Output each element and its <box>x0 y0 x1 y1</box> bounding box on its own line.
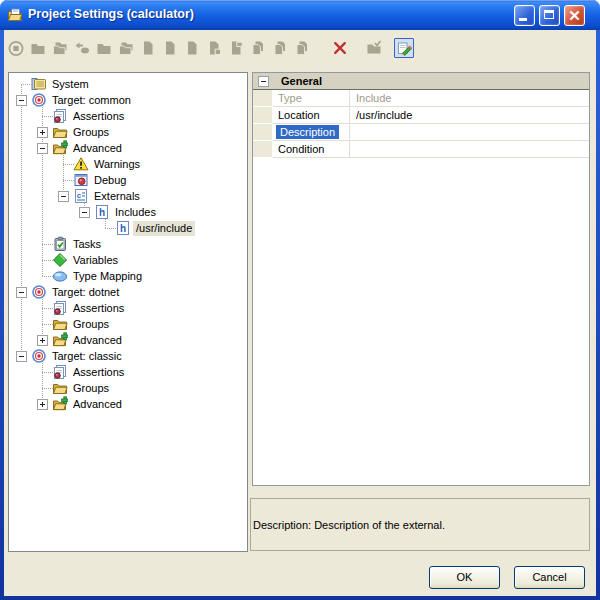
folder-button[interactable] <box>94 37 114 59</box>
collapse-expander[interactable] <box>79 207 90 218</box>
tree-item-assertions[interactable]: Assertions <box>9 300 247 316</box>
property-row-location[interactable]: Location/usr/include <box>253 107 589 124</box>
maximize-button[interactable] <box>539 5 560 26</box>
tree-item-groups[interactable]: Groups <box>9 316 247 332</box>
document-button[interactable] <box>160 37 180 59</box>
folder-stack-button[interactable] <box>50 37 70 59</box>
tree-item-label[interactable]: Externals <box>91 189 143 204</box>
target-circle-button[interactable] <box>6 37 26 59</box>
tree-item-label[interactable]: Target: dotnet <box>49 285 122 300</box>
tree-item-label[interactable]: Variables <box>70 253 121 268</box>
ok-button[interactable]: OK <box>429 566 500 589</box>
tree-item-groups[interactable]: Groups <box>9 380 247 396</box>
collapse-expander[interactable] <box>16 351 27 362</box>
arrow-small-button[interactable] <box>72 37 92 59</box>
document-badge-button[interactable] <box>204 37 224 59</box>
property-name-cell[interactable]: Type <box>273 90 349 107</box>
minimize-button[interactable] <box>514 5 535 26</box>
tree-item-debug[interactable]: Debug <box>9 172 247 188</box>
property-row-type[interactable]: TypeInclude <box>253 90 589 107</box>
tree-item-target-common[interactable]: Target: common <box>9 92 247 108</box>
property-row-gutter <box>253 124 273 141</box>
tree-item-assertions[interactable]: Assertions <box>9 108 247 124</box>
folder-button[interactable] <box>28 37 48 59</box>
red-x-button[interactable] <box>330 37 350 59</box>
system-icon <box>31 76 47 92</box>
property-value-cell[interactable]: /usr/include <box>349 107 589 124</box>
property-name-cell[interactable]: Description <box>273 124 349 141</box>
tree-item-externals[interactable]: cExternals <box>9 188 247 204</box>
tree-item-tasks[interactable]: Tasks <box>9 236 247 252</box>
tree-item-advanced[interactable]: Advanced <box>9 332 247 348</box>
tree-item-advanced[interactable]: Advanced <box>9 396 247 412</box>
tree-item-label[interactable]: Assertions <box>70 301 127 316</box>
tree-item-target-dotnet[interactable]: Target: dotnet <box>9 284 247 300</box>
tree-item-label[interactable]: System <box>49 77 92 92</box>
document-button[interactable] <box>138 37 158 59</box>
document-stack-button[interactable] <box>248 37 268 59</box>
expand-expander[interactable] <box>37 127 48 138</box>
tree-item-system[interactable]: System <box>9 76 247 92</box>
document-flag-button[interactable] <box>226 37 246 59</box>
tree-connector-stub <box>42 244 53 245</box>
folder-open-icon <box>52 380 68 396</box>
document-stack-button[interactable] <box>292 37 312 59</box>
tree-item-warnings[interactable]: Warnings <box>9 156 247 172</box>
tree-item-label[interactable]: Target: common <box>49 93 134 108</box>
tree-item-label[interactable]: Assertions <box>70 109 127 124</box>
tree-item-label[interactable]: Assertions <box>70 365 127 380</box>
expand-expander[interactable] <box>37 399 48 410</box>
tree-item-label[interactable]: Advanced <box>70 397 125 412</box>
tree-item-label[interactable]: Warnings <box>91 157 143 172</box>
tree-item-label[interactable]: Includes <box>112 205 159 220</box>
collapse-expander[interactable] <box>58 191 69 202</box>
maximize-icon <box>544 10 554 19</box>
close-button[interactable]: ✕ <box>564 5 585 26</box>
document-button[interactable] <box>182 37 202 59</box>
tree-item-type-mapping[interactable]: Type Mapping <box>9 268 247 284</box>
property-value-cell[interactable] <box>349 141 589 158</box>
tree-item-label[interactable]: Target: classic <box>49 349 125 364</box>
property-name-cell[interactable]: Condition <box>273 141 349 158</box>
warning-icon <box>73 156 89 172</box>
tree-connector-stub <box>42 372 53 373</box>
tree-item-includes[interactable]: hIncludes <box>9 204 247 220</box>
expand-expander[interactable] <box>37 335 48 346</box>
titlebar[interactable]: Project Settings (calculator) ✕ <box>0 0 600 30</box>
settings-tree: SystemTarget: commonAssertionsGroupsAdva… <box>9 73 247 551</box>
property-value-cell[interactable]: Include <box>349 90 589 107</box>
document-stack-icon <box>294 40 310 56</box>
edit-button[interactable] <box>394 38 414 58</box>
client-area: SystemTarget: commonAssertionsGroupsAdva… <box>4 30 596 596</box>
tree-item-label[interactable]: Groups <box>70 125 112 140</box>
tree-item-label[interactable]: Advanced <box>70 141 125 156</box>
property-row-condition[interactable]: Condition <box>253 141 589 158</box>
folder-check-icon <box>366 40 382 56</box>
collapse-expander[interactable] <box>37 143 48 154</box>
tree-item-advanced[interactable]: Advanced <box>9 140 247 156</box>
tree-item-label[interactable]: Groups <box>70 381 112 396</box>
collapse-section-expander[interactable] <box>258 76 269 87</box>
document-stack-button[interactable] <box>270 37 290 59</box>
tree-item-label[interactable]: Tasks <box>70 237 104 252</box>
tree-item-variables[interactable]: Variables <box>9 252 247 268</box>
collapse-expander[interactable] <box>16 287 27 298</box>
folder-check-button[interactable] <box>364 37 384 59</box>
tree-item-usr-include[interactable]: h/usr/include <box>9 220 247 236</box>
tree-item-assertions[interactable]: Assertions <box>9 364 247 380</box>
property-name-cell[interactable]: Location <box>273 107 349 124</box>
cancel-button[interactable]: Cancel <box>514 566 585 589</box>
folder-stack-button[interactable] <box>116 37 136 59</box>
tree-item-groups[interactable]: Groups <box>9 124 247 140</box>
tree-item-label[interactable]: Debug <box>91 173 129 188</box>
svg-text:c: c <box>77 191 82 200</box>
property-row-description[interactable]: Description <box>253 124 589 141</box>
tree-item-label[interactable]: Type Mapping <box>70 269 145 284</box>
tree-item-label[interactable]: Advanced <box>70 333 125 348</box>
collapse-expander[interactable] <box>16 95 27 106</box>
property-value-cell[interactable] <box>349 124 589 141</box>
tree-item-target-classic[interactable]: Target: classic <box>9 348 247 364</box>
tree-item-label[interactable]: /usr/include <box>133 221 195 236</box>
tree-item-label[interactable]: Groups <box>70 317 112 332</box>
include-icon: h <box>115 220 131 236</box>
